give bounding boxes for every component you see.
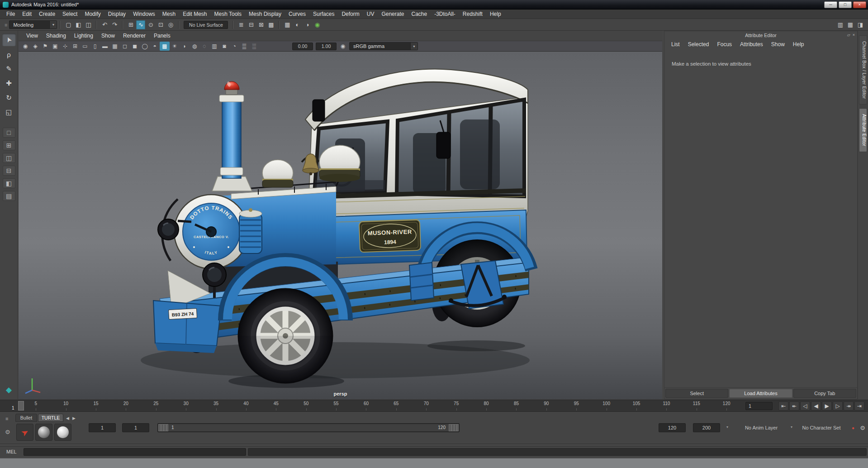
menu-item[interactable]: -3DtoAll- (431, 10, 459, 19)
command-language-toggle[interactable]: MEL (6, 449, 17, 454)
menu-item[interactable]: UV (363, 10, 378, 19)
menu-item[interactable]: Generate (378, 10, 408, 19)
construction-history-icon[interactable]: ≣ (237, 20, 246, 29)
make-live-icon[interactable]: ◎ (166, 20, 175, 29)
menu-item[interactable]: Select (59, 10, 81, 19)
menu-set-select[interactable]: Modeling ▼ (9, 20, 57, 29)
character-set-select[interactable]: No Character Set (796, 423, 847, 432)
menu-item[interactable]: Mesh Display (245, 10, 285, 19)
scale-tool-icon[interactable]: ◱ (2, 106, 16, 119)
menu-item[interactable]: Display (104, 10, 129, 19)
menu-item[interactable]: Edit Mesh (179, 10, 210, 19)
anim-layer-select[interactable]: No Anim Layer (735, 423, 788, 432)
contrast-field[interactable]: 1.00 (316, 43, 337, 50)
shelf-item-bullet[interactable]: ➤ (16, 424, 33, 441)
menu-item[interactable]: Cache (408, 10, 431, 19)
camera-lock-icon[interactable]: ◈ (30, 42, 40, 51)
open-scene-icon[interactable]: ◧ (74, 20, 83, 29)
redo-icon[interactable]: ↷ (110, 20, 119, 29)
image-plane-icon[interactable]: ▣ (50, 42, 60, 51)
range-slider-track[interactable]: 1 120 (157, 423, 460, 432)
shelf-next-icon[interactable]: ▶ (72, 416, 76, 420)
gamma-select[interactable]: sRGB gamma ▼ (349, 42, 418, 50)
rotate-tool-icon[interactable]: ↻ (2, 91, 16, 104)
safe-action-icon[interactable]: ◻ (120, 42, 130, 51)
timeline-playhead[interactable] (18, 401, 24, 411)
gamma-icon[interactable]: ◉ (338, 42, 348, 51)
close-panel-icon[interactable]: × (853, 33, 855, 37)
copy-tab-button[interactable]: Copy Tab (793, 389, 856, 398)
layout-four-pane-icon[interactable]: ⊞ (3, 140, 15, 150)
shelf-gear-icon[interactable]: ⚙ (5, 429, 10, 435)
history-toggle-icon[interactable]: ▩ (266, 20, 275, 29)
close-button[interactable]: × (853, 1, 866, 8)
step-forward-key-button[interactable]: ↠ (844, 401, 854, 411)
range-end-handle[interactable] (449, 424, 459, 431)
playback-start-field[interactable]: 1 (122, 423, 149, 432)
safe-title-icon[interactable]: ◼ (130, 42, 140, 51)
shelf-item-material-dark[interactable] (35, 424, 52, 441)
undo-icon[interactable]: ↶ (100, 20, 109, 29)
time-slider[interactable]: 5101520253035404550556065707580859095100… (0, 400, 868, 412)
multisample-icon[interactable]: ▥ (209, 42, 219, 51)
layout-two-side-icon[interactable]: ◫ (3, 153, 15, 163)
panel-menu-item[interactable]: Panels (150, 33, 175, 39)
grid-toggle-icon[interactable]: ⊞ (70, 42, 80, 51)
gate-mask-icon[interactable]: ▬ (100, 42, 110, 51)
panel-menu-item[interactable]: Shading (42, 33, 70, 39)
layout-custom-icon[interactable]: ▤ (3, 191, 15, 201)
pan-zoom-icon[interactable]: ⊹ (60, 42, 70, 51)
attribute-editor-menu-item[interactable]: Show (767, 41, 789, 48)
film-gate-icon[interactable]: ▭ (80, 42, 90, 51)
attribute-editor-menu-item[interactable]: Attributes (736, 41, 767, 48)
shaded-mode-icon[interactable]: ◓ (150, 42, 160, 51)
joint-xray-icon[interactable]: ░ (249, 42, 259, 51)
layout-two-stacked-icon[interactable]: ⊟ (3, 166, 15, 176)
no-live-surface-field[interactable]: No Live Surface (184, 21, 228, 29)
step-back-frame-button[interactable]: ◀ (811, 401, 821, 411)
float-panel-icon[interactable]: ▱ (847, 33, 850, 37)
attribute-editor-menu-item[interactable]: Focus (713, 41, 736, 48)
command-input-field[interactable] (24, 448, 246, 456)
inputs-icon[interactable]: ⊟ (247, 20, 256, 29)
minimize-button[interactable]: ─ (824, 1, 837, 8)
menu-item[interactable]: Deform (338, 10, 363, 19)
move-tool-icon[interactable]: ✚ (2, 77, 16, 90)
tab-channel-box[interactable]: Channel Box / Layer Editor (859, 35, 867, 105)
shelf-prev-icon[interactable]: ◀ (66, 416, 69, 420)
shelf-tab-bullet[interactable]: Bullet (15, 414, 37, 422)
render-view-icon[interactable]: ▦ (283, 20, 292, 29)
render-current-frame-icon[interactable]: ◉ (313, 20, 322, 29)
exposure-field[interactable]: 0.00 (292, 43, 313, 50)
animation-end-field[interactable]: 200 (693, 423, 720, 432)
snap-plane-icon[interactable]: ⊡ (156, 20, 165, 29)
panel-menu-item[interactable]: View (22, 33, 42, 39)
menu-item[interactable]: Create (35, 10, 59, 19)
snap-curve-icon[interactable]: ∿ (136, 20, 145, 29)
menu-item[interactable]: Windows (129, 10, 159, 19)
lasso-tool-icon[interactable]: ρ (2, 48, 16, 61)
layout-outliner-icon[interactable]: ◧ (3, 178, 15, 188)
range-slider-active-range[interactable] (168, 424, 449, 431)
paint-select-tool-icon[interactable]: ✎ (2, 62, 16, 75)
xray-icon[interactable]: ▒ (239, 42, 249, 51)
maximize-button[interactable]: □ (839, 1, 852, 8)
step-forward-frame-button[interactable]: ▶ (822, 401, 832, 411)
viewport-persp[interactable]: MUSON-RIVER 1894 (19, 52, 662, 399)
panel-menu-item[interactable]: Renderer (119, 33, 150, 39)
new-scene-icon[interactable]: ▢ (64, 20, 73, 29)
ao-icon[interactable]: ◍ (190, 42, 199, 51)
animation-preferences-icon[interactable]: ⚙ (858, 423, 867, 432)
shelf-menu-icon[interactable]: ≡ (5, 416, 8, 421)
select-button[interactable]: Select (665, 389, 728, 398)
sidebar-tool-settings-toggle-icon[interactable]: ▦ (846, 20, 855, 29)
play-backwards-button[interactable]: ◁ (800, 401, 810, 411)
panel-menu-item[interactable]: Show (97, 33, 119, 39)
current-frame-field[interactable]: 1 (745, 402, 773, 410)
wireframe-icon[interactable]: ◯ (140, 42, 150, 51)
resolution-gate-icon[interactable]: ▯ (90, 42, 100, 51)
step-back-key-button[interactable]: ↞ (789, 401, 799, 411)
layout-single-icon[interactable]: □ (3, 128, 15, 138)
animation-start-field[interactable]: 1 (89, 423, 116, 432)
shelf-tab-turtle[interactable]: TURTLE (38, 414, 63, 422)
